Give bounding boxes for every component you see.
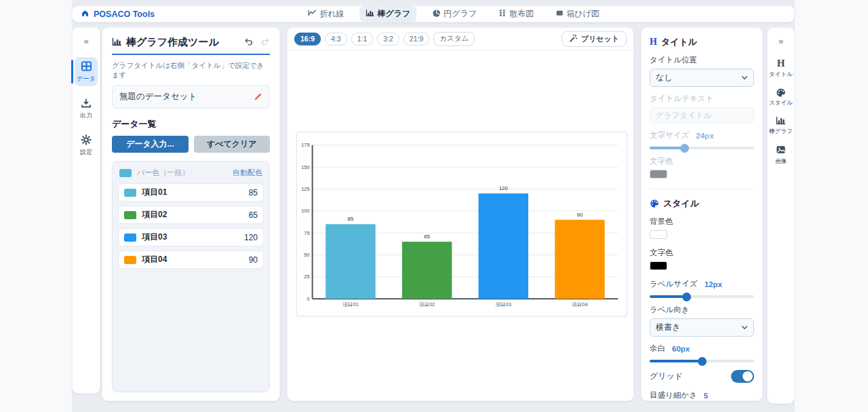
tab-label: 棒グラフ <box>378 8 411 20</box>
margin-value: 60px <box>672 345 690 353</box>
slider-thumb[interactable] <box>698 357 707 366</box>
gear-icon <box>81 134 92 147</box>
preset-button[interactable]: プリセット <box>561 31 627 47</box>
aspect-ratio-16-9[interactable]: 16:9 <box>294 33 321 45</box>
svg-text:項目04: 項目04 <box>572 301 587 307</box>
edit-pencil-icon[interactable] <box>254 92 262 101</box>
title-size-slider[interactable] <box>650 147 754 149</box>
chart-type-tabs: 折れ線 棒グラフ 円グラフ 散布図 箱ひげ図 <box>302 6 606 22</box>
preset-label: プリセット <box>581 34 619 44</box>
tab-bar-chart[interactable]: 棒グラフ <box>360 6 417 22</box>
title-position-label: タイトル位置 <box>650 55 754 65</box>
aspect-ratio-custom[interactable]: カスタム <box>433 32 475 46</box>
bulk-color-swatch[interactable] <box>119 169 132 177</box>
label-orientation-value: 横書き <box>656 322 680 333</box>
aspect-ratio-1-1[interactable]: 1:1 <box>351 33 374 45</box>
tab-label: 折れ線 <box>319 8 344 20</box>
slider-thumb[interactable] <box>680 144 689 153</box>
canvas-toolbar: 16:9 4:3 1:1 3:2 21:9 カスタム プリセット <box>288 28 633 50</box>
tab-line-chart[interactable]: 折れ線 <box>302 6 350 22</box>
svg-text:125: 125 <box>301 186 309 192</box>
sidebar-item-settings[interactable]: 設定 <box>75 131 98 160</box>
item-color-swatch[interactable] <box>124 233 136 242</box>
brand-label: POSACO Tools <box>94 10 155 19</box>
tab-scatter-plot[interactable]: 散布図 <box>492 6 540 22</box>
svg-text:100: 100 <box>301 208 309 214</box>
rail-item-style[interactable]: スタイル <box>769 88 793 107</box>
data-row[interactable]: 項目02 65 <box>118 206 264 224</box>
grid-toggle[interactable] <box>731 370 754 383</box>
svg-text:項目02: 項目02 <box>419 301 435 307</box>
bulk-color-label: バー色（一括） <box>137 168 189 178</box>
auto-color-link[interactable]: 自動配色 <box>233 168 262 178</box>
text-color-swatch[interactable] <box>650 261 667 270</box>
title-text-label: タイトルテキスト <box>650 94 754 104</box>
scatter-plot-icon <box>498 9 507 19</box>
text-color-label: 文字色 <box>650 248 754 258</box>
data-row[interactable]: 項目03 120 <box>118 228 264 246</box>
item-value: 65 <box>249 210 258 220</box>
rail-label: データ <box>77 75 95 83</box>
rail-label: 画像 <box>775 157 787 166</box>
svg-text:120: 120 <box>499 185 509 191</box>
rail-item-bar-chart[interactable]: 棒グラフ <box>769 116 793 136</box>
title-helper-text: グラフタイトルは右側「タイトル」で設定できます <box>112 61 270 80</box>
sidebar-item-export[interactable]: 出力 <box>75 94 98 123</box>
title-text-input[interactable] <box>650 107 754 124</box>
item-color-swatch[interactable] <box>124 189 136 197</box>
aspect-ratio-3-2[interactable]: 3:2 <box>377 33 399 45</box>
tab-label: 散布図 <box>509 8 534 20</box>
panel-title-row: 棒グラフ作成ツール <box>112 36 270 55</box>
item-color-swatch[interactable] <box>124 211 136 219</box>
right-sidebar-rail: » H タイトル スタイル 棒グラフ 画像 <box>767 27 795 404</box>
title-position-select[interactable]: なし <box>650 69 754 87</box>
redo-icon[interactable] <box>260 37 270 49</box>
palette-icon <box>650 199 659 208</box>
bar-chart-icon <box>776 116 786 126</box>
page-title: 棒グラフ作成ツール <box>126 36 219 49</box>
style-section-heading: スタイル <box>650 198 754 210</box>
pie-chart-icon <box>432 9 441 20</box>
tab-pie-chart[interactable]: 円グラフ <box>426 6 483 22</box>
svg-text:50: 50 <box>304 252 309 258</box>
title-color-swatch[interactable] <box>650 170 667 179</box>
svg-text:90: 90 <box>577 212 583 218</box>
item-value: 85 <box>249 188 258 198</box>
item-label: 項目01 <box>142 187 167 198</box>
canvas-panel: 16:9 4:3 1:1 3:2 21:9 カスタム プリセット 0255075… <box>287 27 634 401</box>
clear-all-button[interactable]: すべてクリア <box>194 136 271 153</box>
undo-icon[interactable] <box>244 37 254 49</box>
data-input-button[interactable]: データ入力... <box>112 136 189 153</box>
label-size-slider[interactable] <box>650 295 754 298</box>
rail-label: 設定 <box>80 148 92 157</box>
data-rows-container: 項目01 85 項目02 65 項目03 120 項目04 90 <box>118 183 264 269</box>
dataset-name-value: 無題のデータセット <box>119 91 197 102</box>
collapse-sidebar-button[interactable]: « <box>81 33 91 49</box>
rail-item-image[interactable]: 画像 <box>775 145 787 166</box>
margin-slider[interactable] <box>650 360 754 362</box>
rail-item-title[interactable]: H タイトル <box>769 58 793 79</box>
bar-chart-icon <box>366 9 375 19</box>
brand-home-link[interactable]: POSACO Tools <box>81 9 155 20</box>
data-grid-icon <box>81 60 92 73</box>
expand-sidebar-button[interactable]: » <box>776 33 786 49</box>
top-navbar: POSACO Tools 折れ線 棒グラフ 円グラフ 散布図 箱ひげ図 <box>72 5 795 22</box>
data-row[interactable]: 項目01 85 <box>118 183 264 202</box>
home-icon <box>81 9 90 20</box>
dataset-name-field[interactable]: 無題のデータセット <box>112 85 270 109</box>
aspect-ratio-4-3[interactable]: 4:3 <box>325 33 347 45</box>
slider-thumb[interactable] <box>682 293 691 301</box>
bar-chart-icon <box>112 37 122 49</box>
svg-text:25: 25 <box>304 274 309 280</box>
label-size-value: 12px <box>705 280 722 288</box>
svg-text:0: 0 <box>307 296 310 302</box>
heading-h-icon: H <box>777 58 785 69</box>
sidebar-item-data[interactable]: データ <box>75 57 98 86</box>
tab-box-plot[interactable]: 箱ひげ図 <box>549 6 606 22</box>
label-orientation-select[interactable]: 横書き <box>650 318 754 337</box>
bar-chart-svg[interactable]: 025507510012515017585項目0165項目02120項目0390… <box>297 132 627 316</box>
bg-color-swatch[interactable] <box>650 230 667 239</box>
data-row[interactable]: 項目04 90 <box>118 250 264 269</box>
item-color-swatch[interactable] <box>124 256 136 264</box>
aspect-ratio-21-9[interactable]: 21:9 <box>403 33 429 45</box>
